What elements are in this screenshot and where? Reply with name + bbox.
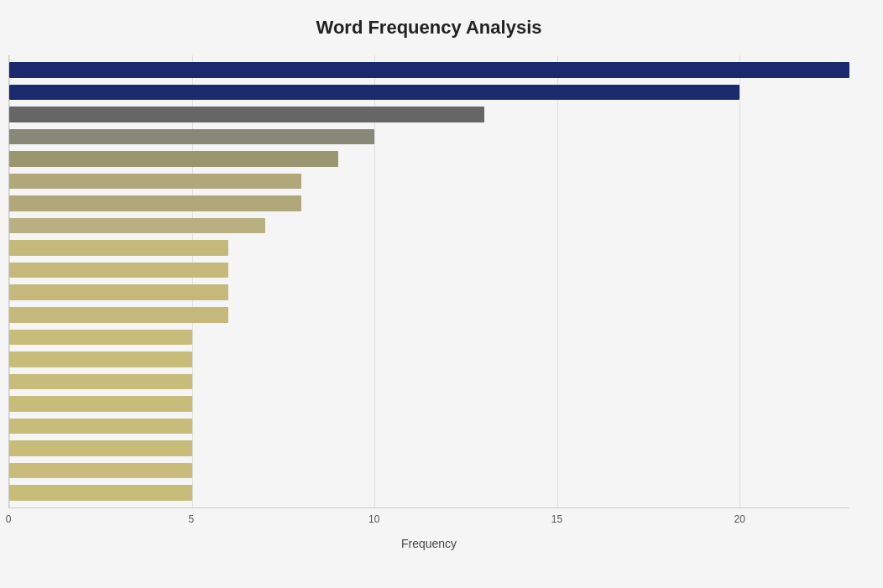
bar bbox=[9, 85, 739, 101]
bar-row bbox=[9, 148, 849, 170]
bar bbox=[9, 419, 192, 434]
x-axis-title: Frequency bbox=[8, 537, 849, 550]
chart-container: Word Frequency Analysis natomongoliamong… bbox=[0, 0, 883, 588]
bar-row bbox=[9, 126, 849, 148]
bar-row bbox=[9, 215, 849, 237]
bar-row bbox=[9, 170, 849, 193]
bar-row bbox=[9, 59, 849, 81]
bar bbox=[9, 463, 192, 479]
bar-row bbox=[9, 371, 849, 393]
y-axis-labels: natomongoliamongoliasmongolianforceforei… bbox=[0, 55, 8, 550]
bar bbox=[9, 195, 301, 211]
bar-row bbox=[9, 481, 849, 504]
bar-row bbox=[9, 281, 849, 304]
bars-wrapper bbox=[9, 55, 849, 507]
bar-row bbox=[9, 326, 849, 349]
bar-row bbox=[9, 460, 849, 482]
bar-row bbox=[9, 437, 849, 460]
bar bbox=[9, 485, 192, 501]
bar bbox=[9, 107, 484, 122]
bar-row bbox=[9, 103, 849, 126]
bar bbox=[9, 330, 192, 346]
bar bbox=[9, 62, 849, 78]
bar bbox=[9, 218, 265, 234]
bar bbox=[9, 440, 192, 456]
bar bbox=[9, 151, 338, 167]
bar bbox=[9, 174, 301, 190]
x-tick-label: 5 bbox=[188, 513, 194, 525]
bar bbox=[9, 240, 228, 256]
bar bbox=[9, 129, 374, 145]
x-tick-label: 0 bbox=[6, 513, 12, 525]
bar-row bbox=[9, 415, 849, 438]
bar-row bbox=[9, 192, 849, 215]
bar bbox=[9, 307, 228, 323]
bar-row bbox=[9, 237, 849, 259]
x-tick-label: 20 bbox=[734, 513, 745, 525]
bar-row bbox=[9, 393, 849, 415]
bar bbox=[9, 351, 192, 367]
bar-row bbox=[9, 81, 849, 104]
bar-row bbox=[9, 348, 849, 371]
bar bbox=[9, 374, 192, 390]
x-tick-label: 10 bbox=[368, 513, 379, 525]
chart-title: Word Frequency Analysis bbox=[8, 17, 849, 39]
chart-plot-area: 05101520 Frequency bbox=[8, 55, 849, 550]
x-tick-label: 15 bbox=[551, 513, 562, 525]
bar bbox=[9, 263, 228, 278]
bar-row bbox=[9, 259, 849, 282]
bar bbox=[9, 284, 228, 300]
bar bbox=[9, 396, 192, 412]
x-axis-labels: 05101520 bbox=[8, 513, 849, 530]
bar-row bbox=[9, 304, 849, 326]
